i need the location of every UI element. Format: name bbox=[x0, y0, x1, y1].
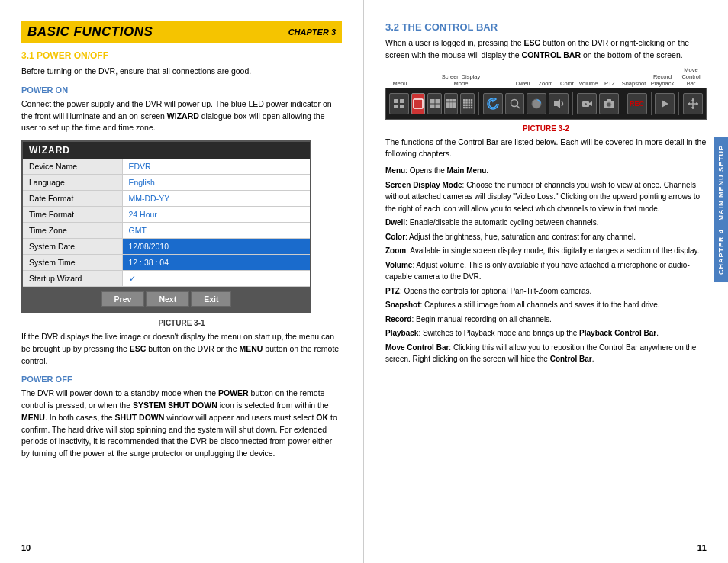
svg-marker-48 bbox=[691, 107, 694, 109]
section-3-1-intro: Before turning on the DVR, ensure that a… bbox=[21, 66, 342, 78]
svg-rect-31 bbox=[465, 106, 468, 108]
svg-marker-50 bbox=[696, 102, 698, 105]
svg-rect-18 bbox=[463, 99, 465, 101]
section-3-2-title: 3.2 THE CONTROL BAR bbox=[385, 21, 707, 33]
description-list: Menu: Opens the Main Menu. Screen Displa… bbox=[385, 165, 707, 365]
svg-marker-44 bbox=[662, 100, 668, 108]
desc-color: Color: Adjust the brightness, hue, satur… bbox=[385, 231, 707, 243]
right-page: CHAPTER 4 MAIN MENU SETUP 3.2 THE CONTRO… bbox=[364, 0, 728, 563]
dwell-icon[interactable] bbox=[483, 93, 503, 114]
desc-menu: Menu: Opens the Main Menu. bbox=[385, 165, 707, 177]
svg-point-34 bbox=[511, 99, 517, 106]
right-page-number: 11 bbox=[697, 543, 707, 552]
desc-move-control-bar: Move Control Bar: Clicking this will all… bbox=[385, 342, 707, 365]
svg-rect-10 bbox=[449, 99, 453, 102]
playback-icon[interactable] bbox=[655, 93, 675, 114]
svg-rect-27 bbox=[465, 104, 468, 106]
svg-rect-11 bbox=[453, 99, 456, 102]
description-intro: The functions of the Control Bar are lis… bbox=[385, 137, 707, 161]
control-bar-diagram: Menu Screen DisplayMode Dwell Zoom Color… bbox=[385, 66, 707, 120]
picture-3-1-label: PICTURE 3-1 bbox=[21, 319, 342, 327]
power-on-title: POWER ON bbox=[21, 85, 342, 95]
desc-dwell: Dwell: Enable/disable the automatic cycl… bbox=[385, 217, 707, 229]
menu-icon[interactable] bbox=[389, 93, 409, 114]
after-wizard-text: If the DVR displays the live image or do… bbox=[21, 331, 342, 367]
svg-rect-17 bbox=[453, 105, 456, 108]
svg-rect-8 bbox=[435, 104, 440, 108]
desc-playback: Playback: Switches to Playback mode and … bbox=[385, 327, 707, 339]
volume-icon[interactable] bbox=[549, 93, 569, 114]
svg-point-42 bbox=[607, 102, 611, 107]
section-3-2-intro: When a user is logged in, pressing the E… bbox=[385, 37, 707, 62]
next-button[interactable]: Next bbox=[146, 291, 189, 307]
svg-rect-3 bbox=[400, 105, 404, 108]
color-icon[interactable] bbox=[527, 93, 546, 114]
svg-rect-13 bbox=[449, 102, 453, 105]
chapter-title: BASIC FUNCTIONS bbox=[27, 24, 153, 40]
picture-3-2-label: PICTURE 3-2 bbox=[385, 124, 707, 133]
left-page: BASIC FUNCTIONS CHAPTER 3 3.1 POWER ON/O… bbox=[0, 0, 364, 563]
power-off-text: The DVR will power down to a standby mod… bbox=[21, 388, 342, 460]
desc-snapshot: Snapshot: Captures a still image from al… bbox=[385, 299, 707, 311]
ptz-icon[interactable] bbox=[577, 93, 597, 114]
svg-rect-29 bbox=[470, 104, 472, 106]
svg-rect-15 bbox=[446, 105, 449, 108]
svg-rect-21 bbox=[470, 99, 472, 101]
wizard-table: Device NameEDVRLanguageEnglishDate Forma… bbox=[23, 159, 310, 287]
svg-marker-39 bbox=[589, 101, 592, 106]
desc-zoom: Zoom: Available in single screen display… bbox=[385, 245, 707, 257]
svg-rect-23 bbox=[465, 101, 468, 104]
svg-rect-32 bbox=[468, 106, 470, 108]
svg-rect-14 bbox=[453, 102, 456, 105]
svg-rect-0 bbox=[394, 99, 398, 103]
desc-volume: Volume: Adjust volume. This is only avai… bbox=[385, 259, 707, 283]
power-off-title: POWER OFF bbox=[21, 375, 342, 384]
snapshot-icon[interactable] bbox=[599, 93, 619, 114]
section-3-1-title: 3.1 POWER ON/OFF bbox=[21, 50, 342, 61]
wizard-box: WIZARD Device NameEDVRLanguageEnglishDat… bbox=[21, 140, 311, 313]
screen-display-icon-4[interactable] bbox=[460, 93, 475, 114]
zoom-icon[interactable] bbox=[505, 93, 525, 114]
record-icon[interactable]: REC bbox=[627, 93, 647, 114]
svg-rect-43 bbox=[607, 99, 611, 101]
svg-rect-30 bbox=[463, 106, 465, 108]
wizard-buttons: Prev Next Exit bbox=[23, 287, 310, 311]
screen-display-icon-2[interactable] bbox=[427, 93, 442, 114]
svg-rect-12 bbox=[446, 102, 449, 105]
chapter-header: BASIC FUNCTIONS CHAPTER 3 bbox=[21, 21, 342, 43]
screen-display-icon-1[interactable] bbox=[411, 93, 426, 114]
svg-rect-4 bbox=[414, 99, 423, 108]
power-on-text: Connect the power supply and the DVR wil… bbox=[21, 98, 342, 134]
svg-rect-1 bbox=[400, 99, 404, 103]
svg-marker-37 bbox=[554, 99, 560, 108]
desc-ptz: PTZ: Opens the controls for optional Pan… bbox=[385, 285, 707, 298]
svg-rect-28 bbox=[468, 104, 470, 106]
svg-rect-16 bbox=[449, 105, 453, 108]
svg-rect-2 bbox=[394, 105, 398, 108]
svg-marker-47 bbox=[691, 98, 694, 101]
svg-rect-20 bbox=[468, 99, 470, 101]
svg-rect-24 bbox=[468, 101, 470, 104]
svg-point-40 bbox=[585, 103, 587, 105]
desc-record: Record: Begin manual recording on all ch… bbox=[385, 314, 707, 326]
svg-rect-6 bbox=[435, 99, 440, 104]
move-control-bar-icon[interactable] bbox=[683, 93, 703, 114]
svg-rect-26 bbox=[463, 104, 465, 106]
svg-rect-9 bbox=[446, 99, 449, 102]
screen-display-icon-3[interactable] bbox=[444, 93, 459, 114]
svg-rect-19 bbox=[465, 99, 468, 101]
svg-rect-22 bbox=[463, 101, 465, 104]
chapter-tab: CHAPTER 4 MAIN MENU SETUP bbox=[714, 137, 728, 282]
svg-rect-7 bbox=[430, 104, 435, 108]
svg-rect-5 bbox=[430, 99, 435, 104]
left-page-number: 10 bbox=[21, 543, 31, 552]
wizard-title: WIZARD bbox=[23, 142, 310, 159]
chapter-badge: CHAPTER 3 bbox=[288, 27, 336, 37]
svg-marker-49 bbox=[688, 102, 690, 105]
svg-rect-33 bbox=[470, 106, 472, 108]
desc-screen-display: Screen Display Mode: Choose the number o… bbox=[385, 179, 707, 215]
svg-line-35 bbox=[517, 105, 520, 108]
exit-button[interactable]: Exit bbox=[191, 291, 231, 307]
prev-button[interactable]: Prev bbox=[101, 291, 145, 307]
svg-rect-25 bbox=[470, 101, 472, 104]
